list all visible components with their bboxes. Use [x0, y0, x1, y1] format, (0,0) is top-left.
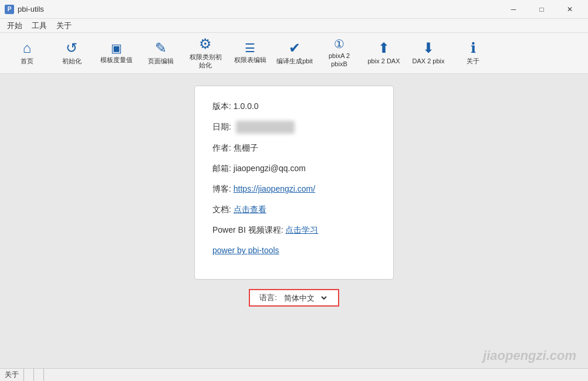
video-row: Power BI 视频课程: 点击学习: [212, 224, 376, 236]
toolbar: ⌂ 首页 ↺ 初始化 ▣ 模板度量值 ✎ 页面编辑 ⚙ 权限类别初始化 ☰ 权限…: [0, 33, 588, 74]
toolbar-perm-edit[interactable]: ☰ 权限表编辑: [229, 35, 271, 72]
template-icon: ▣: [111, 42, 122, 54]
toolbar-pbix2dax-label: pbix 2 DAX: [367, 57, 400, 65]
pbix2dax-icon: ⬆: [378, 41, 390, 55]
about-icon: ℹ: [471, 41, 476, 55]
toolbar-page-edit[interactable]: ✎ 页面编辑: [140, 35, 182, 72]
author-label: 作者:: [212, 143, 234, 152]
toolbar-page-edit-label: 页面编辑: [148, 57, 174, 65]
perm-edit-icon: ☰: [245, 42, 255, 54]
blog-link[interactable]: https://jiaopengzi.com/: [234, 184, 315, 193]
version-value: 1.0.0.0: [234, 101, 259, 111]
menu-item-tools[interactable]: 工具: [27, 19, 52, 32]
toolbar-template[interactable]: ▣ 模板度量值: [95, 35, 137, 72]
title-bar: P pbi-utils ─ □ ✕: [0, 0, 588, 19]
language-label: 语言:: [259, 292, 277, 303]
toolbar-pbixa2b-label: pbixA 2 pbixB: [320, 52, 358, 67]
date-value: [236, 121, 295, 134]
watermark: jiaopengzi.com: [483, 348, 576, 363]
toolbar-dax2pbix-label: DAX 2 pbix: [412, 57, 444, 65]
toolbar-compile[interactable]: ✔ 编译生成pbit: [273, 35, 316, 72]
home-icon: ⌂: [23, 41, 32, 55]
compile-icon: ✔: [289, 41, 300, 55]
toolbar-dax2pbix[interactable]: ⬇ DAX 2 pbix: [407, 35, 450, 72]
docs-link[interactable]: 点击查看: [234, 205, 266, 214]
blog-row: 博客: https://jiaopengzi.com/: [212, 183, 376, 195]
window-controls: ─ □ ✕: [500, 0, 583, 19]
email-row: 邮箱: jiaopengzi@qq.com: [212, 162, 376, 175]
bottom-controls: 语言: 简体中文 English: [12, 289, 576, 307]
author-row: 作者: 焦棚子: [212, 142, 376, 154]
minimize-button[interactable]: ─: [500, 0, 527, 19]
dax2pbix-icon: ⬇: [423, 41, 434, 55]
date-row: 日期:: [212, 121, 376, 134]
language-select[interactable]: 简体中文 English: [282, 293, 329, 303]
info-card: 版本: 1.0.0.0 日期: 作者: 焦棚子 邮箱: jiaopengzi@q…: [194, 86, 394, 280]
email-label: 邮箱:: [212, 164, 234, 173]
version-row: 版本: 1.0.0.0: [212, 100, 376, 113]
toolbar-perm-init-label: 权限类别初始化: [187, 53, 224, 69]
toolbar-init[interactable]: ↺ 初始化: [50, 35, 93, 72]
email-value: jiaopengzi@qq.com: [234, 164, 306, 173]
page-edit-icon: ✎: [155, 41, 167, 55]
perm-init-icon: ⚙: [199, 37, 212, 51]
title-bar-left: P pbi-utils: [5, 5, 44, 14]
pbixa2b-icon: ①: [334, 38, 344, 50]
docs-label: 文档:: [212, 205, 234, 214]
powered-link[interactable]: power by pbi-tools: [212, 246, 279, 255]
video-link[interactable]: 点击学习: [285, 225, 318, 234]
window-title: pbi-utils: [18, 5, 44, 13]
video-label: Power BI 视频课程:: [212, 225, 285, 234]
toolbar-home[interactable]: ⌂ 首页: [6, 35, 48, 72]
status-text-1: 关于: [5, 370, 19, 380]
menu-bar: 开始 工具 关于: [0, 19, 588, 33]
blog-label: 博客:: [212, 184, 234, 193]
menu-item-start[interactable]: 开始: [2, 19, 27, 32]
status-segment-1: 关于: [5, 369, 24, 381]
toolbar-about[interactable]: ℹ 关于: [452, 35, 494, 72]
status-segment-3: [34, 369, 44, 381]
powered-row: power by pbi-tools: [212, 244, 376, 257]
close-button[interactable]: ✕: [556, 0, 583, 19]
toolbar-perm-init[interactable]: ⚙ 权限类别初始化: [184, 35, 227, 72]
docs-row: 文档: 点击查看: [212, 203, 376, 216]
date-label: 日期:: [212, 122, 234, 131]
toolbar-perm-edit-label: 权限表编辑: [234, 56, 266, 64]
toolbar-home-label: 首页: [21, 57, 33, 65]
language-section: 语言: 简体中文 English: [249, 289, 339, 307]
toolbar-about-label: 关于: [467, 57, 479, 65]
main-area: 版本: 1.0.0.0 日期: 作者: 焦棚子 邮箱: jiaopengzi@q…: [0, 74, 588, 368]
toolbar-pbix2dax[interactable]: ⬆ pbix 2 DAX: [363, 35, 405, 72]
toolbar-template-label: 模板度量值: [100, 56, 133, 64]
toolbar-init-label: 初始化: [62, 57, 82, 65]
maximize-button[interactable]: □: [528, 0, 555, 19]
toolbar-pbixa2pbixb[interactable]: ① pbixA 2 pbixB: [318, 35, 360, 72]
init-icon: ↺: [66, 41, 77, 55]
menu-item-about[interactable]: 关于: [52, 19, 76, 32]
status-segment-2: [24, 369, 34, 381]
app-icon: P: [5, 5, 14, 14]
status-bar: 关于: [0, 368, 588, 381]
version-label: 版本:: [212, 101, 234, 111]
toolbar-compile-label: 编译生成pbit: [276, 57, 313, 65]
author-value: 焦棚子: [234, 143, 258, 152]
